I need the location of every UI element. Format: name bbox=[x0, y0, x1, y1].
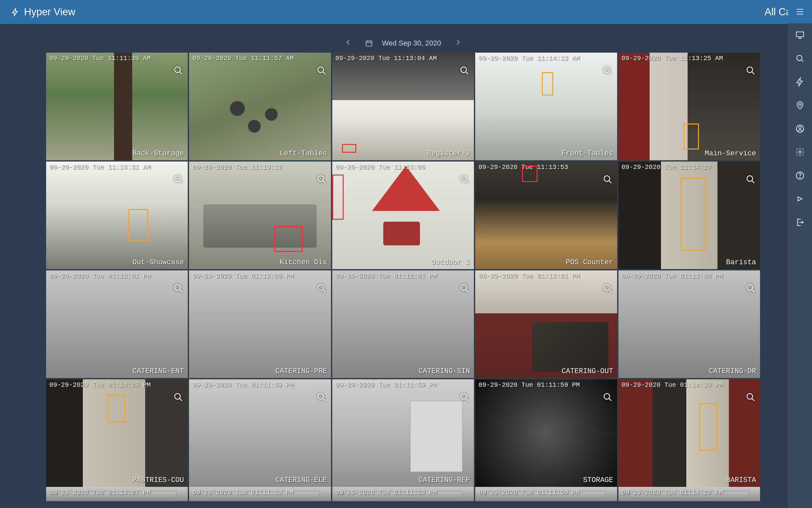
zoom-button[interactable] bbox=[603, 66, 613, 75]
date-prev-button[interactable] bbox=[340, 36, 356, 50]
camera-label: Front-Tables bbox=[562, 150, 613, 158]
search-icon bbox=[746, 392, 756, 402]
camera-tile[interactable]: 09-29-2020 Tue 01:12:00 PMCATERING-DR bbox=[618, 270, 760, 378]
camera-timestamp: 09-29-2020 Tue 11:13:06 bbox=[336, 164, 425, 171]
camera-timestamp: 09-29-2020 Tue 11:13:12 bbox=[192, 164, 282, 171]
menu-button[interactable] bbox=[788, 0, 812, 24]
camera-tile[interactable]: 09-29-2020 Tue 01:11:59 PMSTORAGE bbox=[475, 379, 617, 487]
camera-grid-partial: 09-29-2020 Tue 01:14:07 PM09-29-2020 Tue… bbox=[23, 487, 783, 501]
zoom-button[interactable] bbox=[174, 66, 183, 75]
zoom-button[interactable] bbox=[603, 174, 613, 184]
camera-tile[interactable]: 09-29-2020 Tue 01:11:59 PM bbox=[332, 487, 474, 501]
camera-tile[interactable]: 09-29-2020 Tue 01:11:59 PMCATERING-REF bbox=[332, 379, 474, 487]
detection-box bbox=[107, 394, 126, 423]
camera-scene bbox=[332, 270, 474, 378]
exit-icon bbox=[795, 217, 805, 227]
exit-button[interactable] bbox=[788, 211, 812, 234]
camera-tile[interactable]: 09-29-2020 Tue 11:13:25 AMMain-Service bbox=[618, 53, 760, 160]
search-icon bbox=[603, 174, 613, 184]
search-icon bbox=[174, 174, 183, 184]
zoom-button[interactable] bbox=[174, 392, 183, 402]
account-button[interactable] bbox=[788, 117, 812, 140]
camera-label: Left-Tables bbox=[280, 150, 327, 158]
camera-tile[interactable]: 09-29-2020 Tue 11:13:04 AMRegister-3 bbox=[332, 53, 474, 160]
camera-tile[interactable]: 09-29-2020 Tue 01:12:01 PMCATERING-ENT bbox=[46, 270, 188, 378]
camera-timestamp: 09-29-2020 Tue 01:11:59 PM bbox=[192, 381, 294, 389]
zoom-button[interactable] bbox=[174, 174, 183, 184]
detection-box bbox=[542, 72, 553, 96]
search-icon bbox=[460, 66, 469, 75]
search-icon bbox=[460, 392, 469, 402]
camera-timestamp: 09-29-2020 Tue 01:14:07 PM bbox=[49, 489, 151, 496]
search-button[interactable] bbox=[788, 47, 812, 70]
search-icon bbox=[460, 284, 469, 293]
camera-tile[interactable]: 09-29-2020 Tue 01:14:07 PM bbox=[46, 487, 188, 501]
camera-tile[interactable]: 09-29-2020 Tue 11:14:13 AMFront-Tables bbox=[475, 53, 617, 160]
zoom-button[interactable] bbox=[317, 66, 326, 75]
camera-tile[interactable]: 09-29-2020 Tue 01:14:30 PMBARISTA bbox=[618, 379, 760, 487]
bolt-button[interactable] bbox=[788, 70, 812, 94]
detection-box bbox=[332, 174, 344, 220]
monitor-button[interactable] bbox=[788, 24, 812, 47]
camera-tile[interactable]: 09-29-2020 Tue 01:11:59 PMCATERING-ELE bbox=[189, 379, 331, 487]
camera-tile[interactable]: 09-29-2020 Tue 11:13:12Kitchen Dis bbox=[189, 162, 331, 269]
zoom-button[interactable] bbox=[460, 284, 469, 293]
camera-label: Outdoor 1 bbox=[431, 258, 470, 266]
camera-tile[interactable]: 09-29-2020 Tue 01:12:01 PMCATERING-SIN bbox=[332, 270, 474, 378]
camera-tile[interactable]: 09-29-2020 Tue 11:11:57 AMLeft-Tables bbox=[189, 53, 331, 160]
zoom-button[interactable] bbox=[460, 174, 469, 184]
camera-tile[interactable]: 09-29-2020 Tue 11:11:39 AMBack-Storage bbox=[46, 53, 188, 160]
camera-tile[interactable]: 09-29-2020 Tue 01:11:59 PM bbox=[475, 487, 617, 501]
camera-scene bbox=[46, 270, 188, 378]
camera-tile[interactable]: 09-29-2020 Tue 11:13:06Outdoor 1 bbox=[332, 162, 474, 269]
calendar-button[interactable] bbox=[365, 39, 373, 47]
camera-label: STORAGE bbox=[583, 476, 613, 484]
location-icon bbox=[795, 100, 805, 110]
zoom-button[interactable] bbox=[317, 284, 326, 293]
zoom-button[interactable] bbox=[746, 392, 756, 402]
zoom-button[interactable] bbox=[317, 392, 326, 402]
zoom-button[interactable] bbox=[746, 284, 756, 293]
camera-tile[interactable]: 09-29-2020 Tue 11:13:31 AMOut-Showcase bbox=[46, 162, 188, 269]
camera-tile[interactable]: 09-29-2020 Tue 01:12:00 PMCATERING-PRE bbox=[189, 270, 331, 378]
camera-scene bbox=[618, 379, 760, 487]
gear-icon bbox=[795, 147, 805, 157]
zoom-button[interactable] bbox=[746, 174, 756, 184]
camera-tile[interactable]: 09-29-2020 Tue 01:12:01 PMCATERING-OUT bbox=[475, 270, 617, 378]
zoom-button[interactable] bbox=[603, 284, 613, 293]
zoom-button[interactable] bbox=[460, 66, 469, 75]
camera-timestamp: 09-29-2020 Tue 01:14:29 PM bbox=[49, 381, 151, 389]
zoom-button[interactable] bbox=[603, 392, 613, 402]
zoom-button[interactable] bbox=[174, 284, 183, 293]
zoom-button[interactable] bbox=[317, 174, 326, 184]
camera-tile[interactable]: 09-29-2020 Tue 11:13:53POS Counter bbox=[475, 162, 617, 269]
main-panel: Wed Sep 30, 2020 09-29-2020 Tue 11:11:39… bbox=[23, 34, 783, 508]
camera-tile[interactable]: 09-29-2020 Tue 11:14:27Barista bbox=[618, 162, 760, 269]
camera-scene bbox=[332, 162, 474, 269]
date-next-button[interactable] bbox=[450, 36, 466, 50]
location-button[interactable] bbox=[788, 94, 812, 117]
camera-timestamp: 09-29-2020 Tue 01:12:01 PM bbox=[49, 272, 151, 280]
camera-label: CATERING-SIN bbox=[419, 367, 470, 375]
camera-label: CATERING-REF bbox=[419, 476, 470, 484]
camera-tile[interactable]: 09-29-2020 Tue 01:11:59 PM bbox=[189, 487, 331, 501]
zoom-button[interactable] bbox=[746, 66, 756, 75]
search-icon bbox=[746, 284, 756, 293]
camera-label: CATERING-ELE bbox=[276, 476, 327, 484]
menu-icon bbox=[795, 7, 805, 16]
camera-timestamp: 09-29-2020 Tue 01:11:59 PM bbox=[478, 381, 580, 389]
search-icon bbox=[746, 174, 756, 184]
camera-tile[interactable]: 09-29-2020 Tue 01:14:28 PM bbox=[618, 487, 760, 501]
search-icon bbox=[317, 174, 326, 184]
camera-label: CATERING-PRE bbox=[276, 367, 327, 375]
camera-scene bbox=[189, 379, 331, 487]
settings-button[interactable] bbox=[788, 140, 812, 164]
camera-timestamp: 09-29-2020 Tue 01:12:01 PM bbox=[478, 272, 580, 280]
search-icon bbox=[317, 284, 326, 293]
zoom-button[interactable] bbox=[460, 392, 469, 402]
camera-scene bbox=[475, 379, 617, 487]
share-button[interactable] bbox=[788, 187, 812, 211]
help-button[interactable] bbox=[788, 164, 812, 187]
camera-tile[interactable]: 09-29-2020 Tue 01:14:29 PMPASTRIES-COU bbox=[46, 379, 188, 487]
camera-timestamp: 09-29-2020 Tue 11:13:31 AM bbox=[49, 164, 151, 171]
